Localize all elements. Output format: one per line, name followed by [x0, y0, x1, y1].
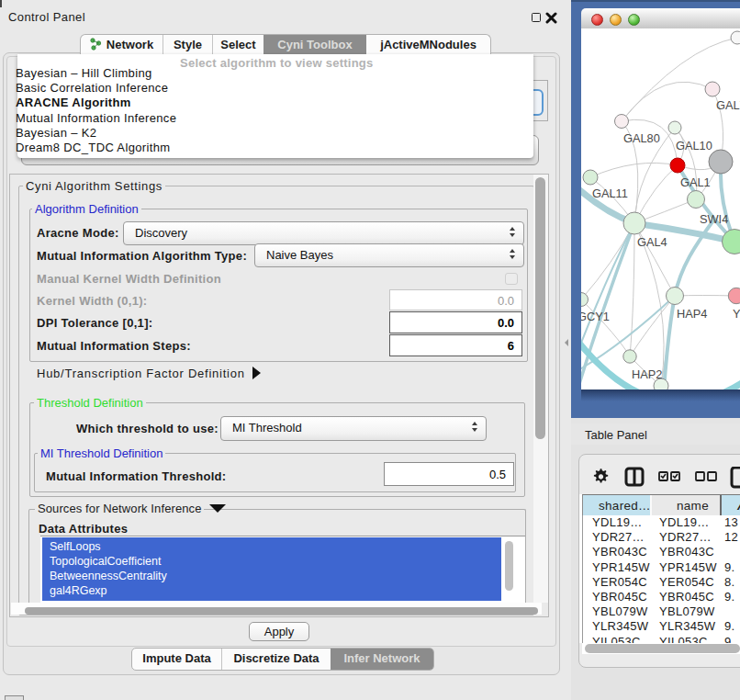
svg-text:HAP2: HAP2 [632, 367, 662, 381]
svg-text:GAL7: GAL7 [716, 98, 740, 112]
svg-text:GAL11: GAL11 [592, 186, 628, 200]
svg-text:GAL1: GAL1 [680, 175, 711, 189]
svg-text:SWI4: SWI4 [700, 212, 728, 226]
svg-text:YD: YD [733, 307, 740, 321]
svg-text:GAL80: GAL80 [623, 131, 660, 145]
svg-text:GAL10: GAL10 [676, 139, 712, 152]
svg-text:HAP4: HAP4 [677, 307, 707, 321]
svg-text:GAL4: GAL4 [637, 235, 667, 249]
svg-text:GCY1: GCY1 [581, 310, 610, 323]
